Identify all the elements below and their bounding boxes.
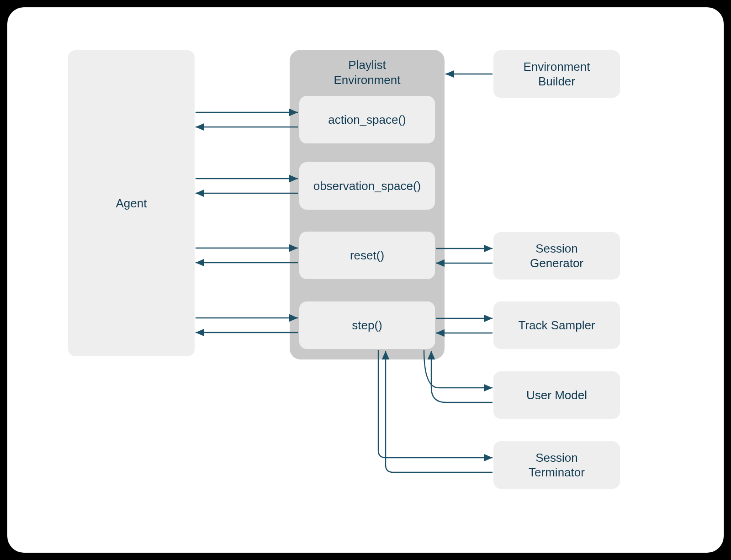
node-playlist-env-title: Playlist Environment [290, 58, 445, 87]
node-agent-label: Agent [116, 196, 147, 211]
node-observation-space-label: observation_space() [313, 179, 421, 194]
node-session-generator-label: Session Generator [530, 241, 583, 271]
diagram-canvas: Agent Playlist Environment action_space(… [7, 7, 724, 553]
node-reset-label: reset() [350, 248, 384, 263]
node-user-model-label: User Model [526, 388, 587, 403]
edge-step-sessterm-back [386, 351, 493, 472]
node-agent: Agent [68, 50, 195, 356]
node-playlist-env-label: Playlist Environment [334, 58, 401, 87]
node-action-space: action_space() [299, 96, 435, 143]
node-session-terminator: Session Terminator [493, 441, 620, 489]
edge-step-usermodel-back [431, 351, 493, 402]
edge-step-sessterm-fwd [378, 350, 493, 458]
node-step-label: step() [352, 318, 382, 333]
node-track-sampler-label: Track Sampler [518, 318, 595, 333]
node-session-generator: Session Generator [493, 232, 620, 280]
node-action-space-label: action_space() [328, 112, 406, 127]
node-observation-space: observation_space() [299, 162, 435, 210]
node-session-terminator-label: Session Terminator [529, 450, 585, 480]
node-environment-builder-label: Environment Builder [524, 59, 590, 89]
diagram-card: Agent Playlist Environment action_space(… [7, 7, 724, 553]
node-reset: reset() [299, 232, 435, 279]
node-track-sampler: Track Sampler [493, 301, 620, 349]
node-user-model: User Model [493, 371, 620, 419]
node-step: step() [299, 301, 435, 349]
node-environment-builder: Environment Builder [493, 50, 620, 98]
